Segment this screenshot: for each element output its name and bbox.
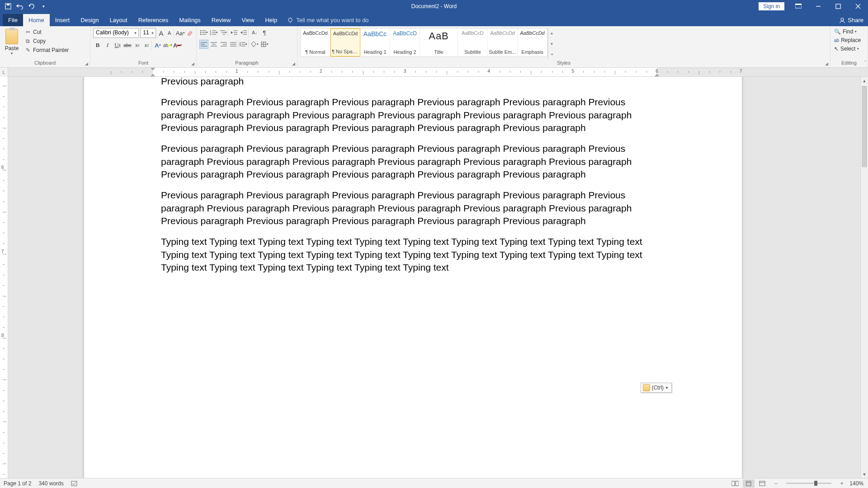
numbering-button[interactable]: 123▾ (209, 28, 218, 37)
read-mode-icon[interactable] (729, 479, 741, 488)
cut-button[interactable]: ✂Cut (23, 28, 71, 36)
web-layout-icon[interactable] (756, 479, 768, 488)
scroll-up-icon[interactable]: ▲ (548, 28, 555, 39)
align-right-button[interactable] (219, 40, 228, 49)
style-item[interactable]: AaBbCcDd¶ Normal (301, 28, 330, 56)
print-layout-icon[interactable] (743, 479, 755, 488)
increase-indent-button[interactable] (240, 28, 249, 37)
horizontal-ruler[interactable]: L 1234567 (0, 68, 868, 77)
paste-options-button[interactable]: (Ctrl) ▼ (641, 383, 672, 393)
clipboard-dialog-launcher[interactable]: ◢ (84, 61, 89, 66)
proofing-icon[interactable] (71, 480, 78, 487)
document-paragraph[interactable]: Previous paragraph Previous paragraph Pr… (161, 96, 665, 134)
zoom-slider-thumb[interactable] (814, 481, 817, 486)
ribbon-display-icon[interactable] (788, 0, 808, 13)
document-paragraph[interactable]: Previous paragraph Previous paragraph Pr… (161, 189, 665, 227)
line-spacing-button[interactable]: ▾ (240, 40, 249, 49)
paste-button[interactable]: Paste ▼ (3, 28, 21, 58)
bold-button[interactable]: B (93, 41, 102, 50)
undo-icon[interactable] (14, 1, 25, 11)
style-item[interactable]: AaBTitle (420, 28, 458, 56)
tell-me-search[interactable]: Tell me what you want to do (283, 14, 373, 26)
sign-in-button[interactable]: Sign in (758, 2, 785, 11)
text-effects-button[interactable]: A▾ (153, 41, 162, 50)
style-item[interactable]: AaBbCcDd¶ No Spac... (330, 28, 360, 56)
ruler-tab-selector[interactable]: L (0, 68, 8, 77)
tab-file[interactable]: File (3, 14, 23, 26)
superscript-button[interactable]: x2 (143, 41, 152, 50)
vertical-scrollbar[interactable]: ▲ ▼ (860, 77, 868, 478)
subscript-button[interactable]: x2 (133, 41, 142, 50)
styles-scrollbar[interactable]: ▲ ▼ ▾ (548, 28, 555, 60)
styles-more-icon[interactable]: ▾ (548, 49, 555, 60)
zoom-in-button[interactable]: + (836, 479, 848, 488)
find-button[interactable]: 🔍Find▾ (833, 28, 865, 35)
grow-font-button[interactable]: A (157, 28, 165, 38)
document-paragraph[interactable]: Previous paragraph (161, 77, 665, 88)
page-indicator[interactable]: Page 1 of 2 (4, 480, 31, 487)
tab-help[interactable]: Help (259, 14, 283, 26)
paragraph-dialog-launcher[interactable]: ◢ (291, 61, 296, 66)
save-icon[interactable] (3, 1, 14, 11)
font-dialog-launcher[interactable]: ◢ (190, 61, 195, 66)
qat-customize-icon[interactable]: ▾ (38, 1, 49, 11)
style-item[interactable]: AaBbCcDSubtitle (458, 28, 488, 56)
scroll-down-icon[interactable]: ▼ (861, 470, 868, 478)
italic-button[interactable]: I (103, 41, 112, 50)
scroll-up-icon[interactable]: ▲ (861, 77, 868, 84)
document-paragraph[interactable]: Typing text Typing text Typing text Typi… (161, 235, 665, 274)
font-size-combo[interactable]: 11▼ (140, 28, 156, 38)
scroll-down-icon[interactable]: ▼ (548, 39, 555, 50)
change-case-button[interactable]: Aa▾ (176, 28, 185, 38)
bullets-button[interactable]: ▾ (199, 28, 208, 37)
minimize-icon[interactable] (808, 0, 828, 13)
multilevel-list-button[interactable]: ▾ (219, 28, 228, 37)
justify-button[interactable] (229, 40, 238, 49)
vertical-ruler[interactable]: 678 (0, 77, 8, 478)
style-item[interactable]: AaBbCcDHeading 2 (390, 28, 420, 56)
font-name-combo[interactable]: Calibri (Body)▼ (93, 28, 139, 38)
decrease-indent-button[interactable] (230, 28, 239, 37)
align-left-button[interactable] (199, 40, 208, 49)
show-marks-button[interactable]: ¶ (260, 28, 269, 37)
styles-gallery[interactable]: AaBbCcDd¶ NormalAaBbCcDd¶ No Spac...AaBb… (300, 28, 548, 57)
maximize-icon[interactable] (828, 0, 848, 13)
tab-references[interactable]: References (133, 14, 174, 26)
tab-view[interactable]: View (236, 14, 259, 26)
style-item[interactable]: AaBbCcHeading 1 (360, 28, 390, 56)
word-count[interactable]: 340 words (38, 480, 63, 487)
style-item[interactable]: AaBbCcDdSubtle Em... (488, 28, 518, 56)
strikethrough-button[interactable]: abc (123, 41, 132, 50)
zoom-out-button[interactable]: − (770, 479, 782, 488)
borders-button[interactable]: ▾ (260, 40, 269, 49)
share-button[interactable]: Share (839, 14, 863, 26)
shrink-font-button[interactable]: A (166, 28, 174, 38)
underline-button[interactable]: U▾ (113, 41, 122, 50)
highlight-button[interactable]: ab▾ (163, 41, 172, 50)
tab-home[interactable]: Home (23, 14, 50, 26)
clear-formatting-button[interactable] (186, 28, 193, 38)
shading-button[interactable]: ▾ (250, 40, 259, 49)
replace-button[interactable]: abReplace (833, 37, 865, 44)
format-painter-button[interactable]: ✎Format Painter (23, 46, 71, 54)
tab-review[interactable]: Review (206, 14, 236, 26)
tab-layout[interactable]: Layout (104, 14, 133, 26)
redo-icon[interactable] (26, 1, 37, 11)
tab-mailings[interactable]: Mailings (174, 14, 206, 26)
align-center-button[interactable] (209, 40, 218, 49)
tab-insert[interactable]: Insert (50, 14, 75, 26)
scrollbar-thumb[interactable] (862, 86, 867, 167)
select-button[interactable]: ↖Select▾ (833, 45, 865, 52)
document-viewport[interactable]: Previous paragraph Previous paragraph Pr… (8, 77, 860, 478)
collapse-ribbon-icon[interactable]: ˇ (864, 60, 866, 66)
sort-button[interactable]: A↓ (250, 28, 259, 37)
zoom-slider[interactable] (786, 483, 831, 484)
style-item[interactable]: AaBbCcDdEmphasis (518, 28, 547, 56)
zoom-level[interactable]: 140% (849, 480, 863, 487)
tab-design[interactable]: Design (75, 14, 104, 26)
font-color-button[interactable]: A▾ (173, 41, 182, 50)
document-paragraph[interactable]: Previous paragraph Previous paragraph Pr… (161, 142, 665, 181)
copy-button[interactable]: ⧉Copy (23, 37, 71, 45)
close-icon[interactable] (848, 0, 868, 13)
styles-dialog-launcher[interactable]: ◢ (824, 61, 829, 66)
